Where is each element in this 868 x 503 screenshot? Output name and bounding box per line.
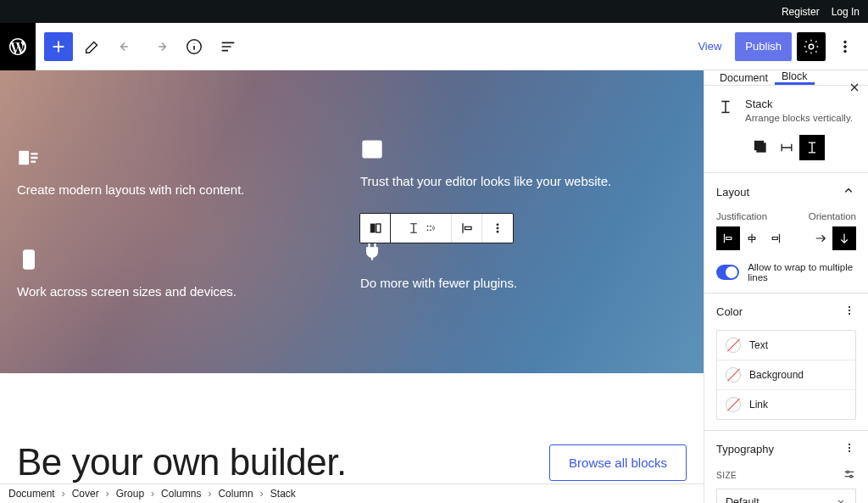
block-type-button[interactable]	[360, 214, 391, 243]
image-icon	[360, 137, 384, 161]
justify-right-button[interactable]	[764, 226, 787, 250]
svg-point-11	[430, 226, 431, 226]
layout-variation-button[interactable]	[391, 214, 452, 243]
details-button[interactable]	[180, 32, 209, 61]
page-headline: Be your own builder.	[17, 441, 347, 483]
feature-text: Trust that your editor looks like your w…	[360, 174, 687, 188]
edit-mode-button[interactable]	[78, 32, 107, 61]
breadcrumb-item[interactable]: Stack	[270, 488, 296, 500]
block-breadcrumb: Document› Cover› Group› Columns› Column›…	[0, 483, 704, 503]
color-background-button[interactable]: Background	[717, 360, 855, 390]
settings-button[interactable]	[797, 32, 826, 61]
svg-point-15	[497, 227, 498, 229]
tab-document[interactable]: Document	[713, 70, 775, 85]
more-options-icon[interactable]	[843, 441, 856, 457]
typography-panel-header[interactable]: Typography	[716, 441, 856, 457]
feature-card: Create modern layouts with rich content.	[17, 146, 343, 197]
block-toolbar	[359, 213, 514, 243]
breadcrumb-item[interactable]: Column	[218, 488, 253, 500]
justify-left-button[interactable]	[716, 226, 740, 250]
orientation-buttons	[809, 226, 856, 250]
justification-label: Justification	[716, 211, 767, 221]
cover-block[interactable]: Create modern layouts with rich content.…	[0, 70, 704, 373]
close-sidebar-button[interactable]	[848, 81, 861, 97]
block-card: Stack Arrange blocks vertically.	[704, 86, 868, 135]
wrap-toggle[interactable]	[716, 265, 739, 280]
align-button[interactable]	[452, 214, 482, 243]
sidebar-tabs: Document Block	[704, 70, 868, 86]
settings-icon[interactable]	[843, 467, 856, 483]
svg-point-14	[497, 224, 498, 226]
wrap-toggle-label: Allow to wrap to multiple lines	[748, 262, 856, 282]
tab-block[interactable]: Block	[775, 70, 815, 85]
editor-toolbar: View Publish	[0, 23, 868, 70]
undo-button[interactable]	[112, 32, 141, 61]
feature-text: Create modern layouts with rich content.	[17, 182, 343, 197]
typography-panel: Typography SIZE Default	[704, 431, 868, 503]
svg-point-16	[497, 231, 498, 232]
svg-point-26	[850, 475, 853, 478]
variation-group[interactable]	[748, 135, 774, 160]
orientation-vertical-button[interactable]	[832, 226, 856, 250]
breadcrumb-item[interactable]: Cover	[72, 488, 99, 500]
justify-center-button[interactable]	[740, 226, 764, 250]
breadcrumb-item[interactable]: Columns	[161, 488, 201, 500]
smartphone-icon	[17, 248, 41, 271]
svg-point-1	[809, 44, 814, 49]
list-view-button[interactable]	[214, 32, 242, 61]
svg-point-12	[426, 230, 427, 231]
color-swatch-icon	[726, 397, 741, 412]
block-description: Arrange blocks vertically.	[745, 113, 853, 123]
color-link-button[interactable]: Link	[717, 390, 855, 419]
view-link[interactable]: View	[689, 40, 730, 53]
wordpress-logo[interactable]	[0, 23, 36, 70]
more-options-icon[interactable]	[843, 304, 856, 320]
breadcrumb-item[interactable]: Document	[8, 488, 55, 500]
svg-point-4	[844, 50, 847, 53]
redo-button[interactable]	[146, 32, 175, 61]
feature-card: Do more with fewer plugins.	[360, 239, 687, 299]
justification-buttons	[716, 226, 787, 250]
svg-point-2	[844, 41, 847, 43]
breadcrumb-item[interactable]: Group	[116, 488, 144, 500]
login-link[interactable]: Log In	[832, 6, 860, 18]
color-swatch-icon	[726, 367, 741, 383]
browse-blocks-button[interactable]: Browse all blocks	[549, 444, 687, 481]
feature-card: Trust that your editor looks like your w…	[360, 137, 687, 197]
svg-point-13	[430, 230, 431, 231]
chevron-down-icon	[835, 495, 847, 504]
svg-point-19	[849, 306, 850, 308]
variation-row[interactable]	[774, 135, 799, 160]
more-options-button[interactable]	[831, 32, 860, 61]
svg-point-24	[849, 450, 850, 452]
admin-bar: Register Log In	[0, 0, 868, 23]
svg-point-3	[844, 45, 847, 48]
orientation-horizontal-button[interactable]	[809, 226, 832, 250]
block-title: Stack	[745, 98, 853, 110]
register-link[interactable]: Register	[782, 6, 820, 18]
layout-panel-toggle[interactable]: Layout	[716, 183, 856, 201]
font-size-label: SIZE	[716, 471, 737, 480]
feature-card: Work across screen sizes and devices.	[17, 248, 343, 299]
svg-rect-9	[376, 224, 380, 232]
chevron-up-icon	[841, 183, 856, 201]
orientation-label: Orientation	[809, 211, 856, 221]
media-text-icon	[17, 146, 41, 170]
block-variations	[704, 135, 868, 173]
color-swatch-icon	[726, 338, 741, 353]
color-panel-header[interactable]: Color	[716, 304, 856, 320]
block-more-button[interactable]	[482, 214, 513, 243]
publish-button[interactable]: Publish	[735, 32, 792, 61]
svg-point-23	[849, 447, 850, 449]
svg-point-21	[849, 313, 850, 315]
variation-stack[interactable]	[799, 135, 825, 160]
svg-point-20	[849, 310, 850, 311]
svg-point-25	[847, 471, 849, 473]
svg-point-10	[426, 226, 427, 226]
svg-rect-18	[754, 142, 763, 150]
add-block-button[interactable]	[44, 32, 73, 61]
stack-block-icon	[716, 98, 735, 123]
svg-point-22	[849, 444, 850, 445]
font-size-select[interactable]: Default	[716, 489, 856, 503]
color-text-button[interactable]: Text	[717, 331, 855, 360]
